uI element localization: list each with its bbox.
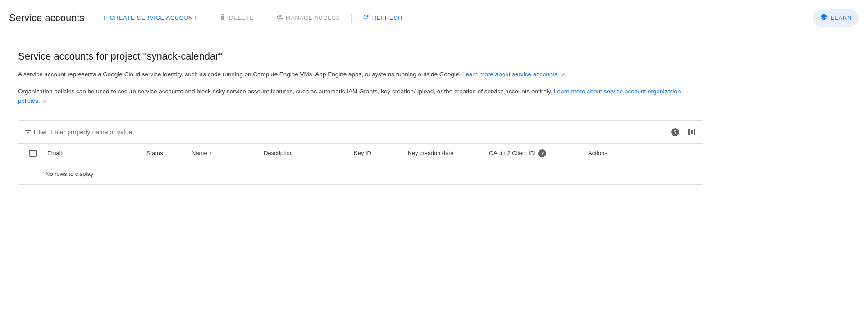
- learn-button[interactable]: LEARN: [813, 9, 859, 27]
- filter-right-actions: ?: [669, 126, 697, 138]
- plus-icon: +: [103, 14, 107, 22]
- learn-more-link-1[interactable]: Learn more about service accounts. ↗: [462, 71, 566, 78]
- columns-icon: [688, 129, 695, 135]
- learn-btn-label: LEARN: [831, 14, 852, 21]
- refresh-btn-label: REFRESH: [372, 14, 402, 21]
- manage-access-btn-label: MANAGE ACCESS: [286, 14, 340, 21]
- table-header-oauth-client-id: OAuth 2 Client ID ?: [485, 144, 585, 163]
- table-header-email: Email: [44, 144, 143, 163]
- filter-label: Filter: [34, 129, 47, 135]
- sort-icon: ↑: [209, 150, 212, 156]
- empty-table-message: No rows to display: [18, 163, 703, 184]
- select-all-checkbox[interactable]: [29, 150, 37, 157]
- create-btn-label: CREATE SERVICE ACCOUNT: [110, 14, 197, 21]
- refresh-icon: [362, 14, 370, 23]
- external-link-icon-2: ↗: [43, 98, 47, 104]
- table-header-checkbox: [22, 144, 44, 163]
- delete-icon: [219, 14, 226, 23]
- table-header-description: Description: [260, 144, 350, 163]
- top-bar: Service accounts + CREATE SERVICE ACCOUN…: [0, 0, 868, 36]
- delete-button[interactable]: DELETE: [214, 10, 259, 26]
- filter-input[interactable]: [50, 129, 666, 136]
- help-icon: ?: [671, 128, 679, 136]
- divider-2: [265, 13, 265, 23]
- manage-access-icon: [276, 14, 283, 23]
- delete-btn-label: DELETE: [229, 14, 253, 21]
- divider-1: [208, 13, 208, 23]
- service-accounts-table: Email Status Name ↑ Description Key ID K…: [18, 144, 703, 185]
- table-header-row: Email Status Name ↑ Description Key ID K…: [18, 144, 703, 163]
- create-service-account-button[interactable]: + CREATE SERVICE ACCOUNT: [97, 10, 203, 26]
- manage-access-button[interactable]: MANAGE ACCESS: [270, 10, 346, 26]
- table-header-actions: Actions: [585, 144, 639, 163]
- external-link-icon-1: ↗: [562, 72, 566, 77]
- table-header-name[interactable]: Name ↑: [188, 144, 260, 163]
- description-1-text: A service account represents a Google Cl…: [18, 71, 461, 78]
- learn-icon: [820, 13, 828, 23]
- filter-help-button[interactable]: ?: [669, 126, 681, 138]
- description-2-text: Organization policies can be used to sec…: [18, 88, 552, 95]
- oauth-help-icon[interactable]: ?: [538, 149, 546, 157]
- filter-button[interactable]: Filter: [24, 128, 47, 136]
- table-header-key-id: Key ID: [350, 144, 404, 163]
- main-content: Service accounts for project "synack-cal…: [0, 36, 721, 199]
- table-header-status: Status: [143, 144, 188, 163]
- page-title: Service accounts: [9, 12, 85, 24]
- description-1: A service account represents a Google Cl…: [18, 69, 694, 79]
- content-title: Service accounts for project "synack-cal…: [18, 51, 703, 62]
- table-header-key-creation-date: Key creation date: [404, 144, 485, 163]
- divider-3: [351, 13, 352, 23]
- columns-toggle-button[interactable]: [686, 127, 697, 137]
- filter-bar: Filter ?: [18, 120, 703, 144]
- description-2: Organization policies can be used to sec…: [18, 87, 694, 106]
- refresh-button[interactable]: REFRESH: [357, 10, 408, 26]
